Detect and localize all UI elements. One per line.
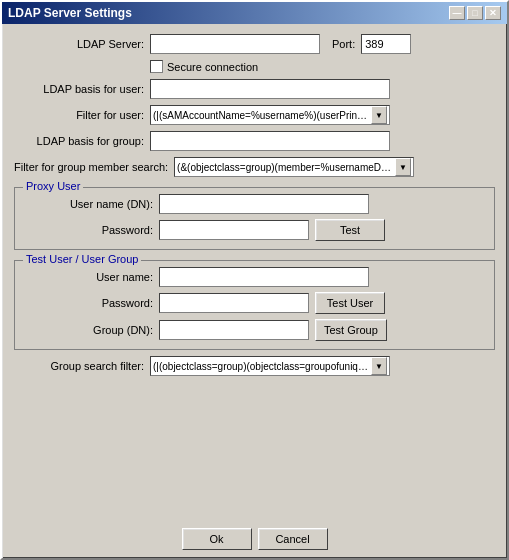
test-group-button[interactable]: Test Group	[315, 319, 387, 341]
test-user-button[interactable]: Test User	[315, 292, 385, 314]
title-bar-controls: — □ ✕	[449, 6, 501, 20]
ldap-server-input[interactable]	[150, 34, 320, 54]
ldap-basis-group-row: LDAP basis for group:	[14, 131, 495, 151]
ldap-basis-user-label: LDAP basis for user:	[14, 83, 144, 95]
group-search-label: Group search filter:	[14, 360, 144, 372]
port-label: Port:	[332, 38, 355, 50]
group-search-filter-row: Group search filter: (|(objectclass=grou…	[14, 356, 495, 376]
filter-user-value: (|(sAMAccountName=%username%)(userPrinci…	[153, 110, 371, 121]
proxy-password-row: Password: Test	[23, 219, 486, 241]
proxy-user-fields: User name (DN): Password: Test	[23, 194, 486, 241]
test-password-label: Password:	[23, 297, 153, 309]
maximize-button[interactable]: □	[467, 6, 483, 20]
username-dn-label: User name (DN):	[23, 198, 153, 210]
proxy-password-input[interactable]	[159, 220, 309, 240]
username-dn-row: User name (DN):	[23, 194, 486, 214]
filter-group-label: Filter for group member search:	[14, 161, 168, 173]
window-title: LDAP Server Settings	[8, 6, 132, 20]
group-dn-label: Group (DN):	[23, 324, 153, 336]
port-input[interactable]	[361, 34, 411, 54]
test-user-section-label: Test User / User Group	[23, 253, 141, 265]
group-search-value: (|(objectclass=group)(objectclass=groupo…	[153, 361, 371, 372]
close-button[interactable]: ✕	[485, 6, 501, 20]
filter-group-row: Filter for group member search: (&(objec…	[14, 157, 495, 177]
ldap-basis-group-input[interactable]	[150, 131, 390, 151]
test-username-label: User name:	[23, 271, 153, 283]
filter-user-row: Filter for user: (|(sAMAccountName=%user…	[14, 105, 495, 125]
cancel-button[interactable]: Cancel	[258, 528, 328, 550]
test-username-input[interactable]	[159, 267, 369, 287]
proxy-user-section: Proxy User User name (DN): Password: Tes…	[14, 187, 495, 250]
group-dn-row: Group (DN): Test Group	[23, 319, 486, 341]
proxy-password-label: Password:	[23, 224, 153, 236]
ldap-basis-group-label: LDAP basis for group:	[14, 135, 144, 147]
test-button[interactable]: Test	[315, 219, 385, 241]
ldap-server-row: LDAP Server: Port:	[14, 34, 495, 54]
test-user-fields: User name: Password: Test User Group (DN…	[23, 267, 486, 341]
filter-user-dropdown-icon[interactable]: ▼	[371, 106, 387, 124]
test-user-section: Test User / User Group User name: Passwo…	[14, 260, 495, 350]
proxy-user-section-label: Proxy User	[23, 180, 83, 192]
filter-group-dropdown-icon[interactable]: ▼	[395, 158, 411, 176]
group-dn-input[interactable]	[159, 320, 309, 340]
title-bar: LDAP Server Settings — □ ✕	[2, 2, 507, 24]
secure-connection-label: Secure connection	[167, 61, 258, 73]
username-dn-input[interactable]	[159, 194, 369, 214]
test-username-row: User name:	[23, 267, 486, 287]
ldap-basis-user-row: LDAP basis for user:	[14, 79, 495, 99]
secure-connection-checkbox[interactable]	[150, 60, 163, 73]
ldap-server-label: LDAP Server:	[14, 38, 144, 50]
secure-connection-row: Secure connection	[150, 60, 495, 73]
filter-user-label: Filter for user:	[14, 109, 144, 121]
filter-group-value: (&(objectclass=group)(member=%usernameDN…	[177, 162, 395, 173]
test-password-input[interactable]	[159, 293, 309, 313]
ldap-basis-user-input[interactable]	[150, 79, 390, 99]
ldap-settings-window: LDAP Server Settings — □ ✕ LDAP Server: …	[0, 0, 509, 560]
footer: Ok Cancel	[2, 522, 507, 558]
minimize-button[interactable]: —	[449, 6, 465, 20]
group-search-dropdown-icon[interactable]: ▼	[371, 357, 387, 375]
ok-button[interactable]: Ok	[182, 528, 252, 550]
filter-user-combo[interactable]: (|(sAMAccountName=%username%)(userPrinci…	[150, 105, 390, 125]
filter-group-combo[interactable]: (&(objectclass=group)(member=%usernameDN…	[174, 157, 414, 177]
group-search-combo[interactable]: (|(objectclass=group)(objectclass=groupo…	[150, 356, 390, 376]
form-content: LDAP Server: Port: Secure connection LDA…	[2, 24, 507, 522]
test-password-row: Password: Test User	[23, 292, 486, 314]
